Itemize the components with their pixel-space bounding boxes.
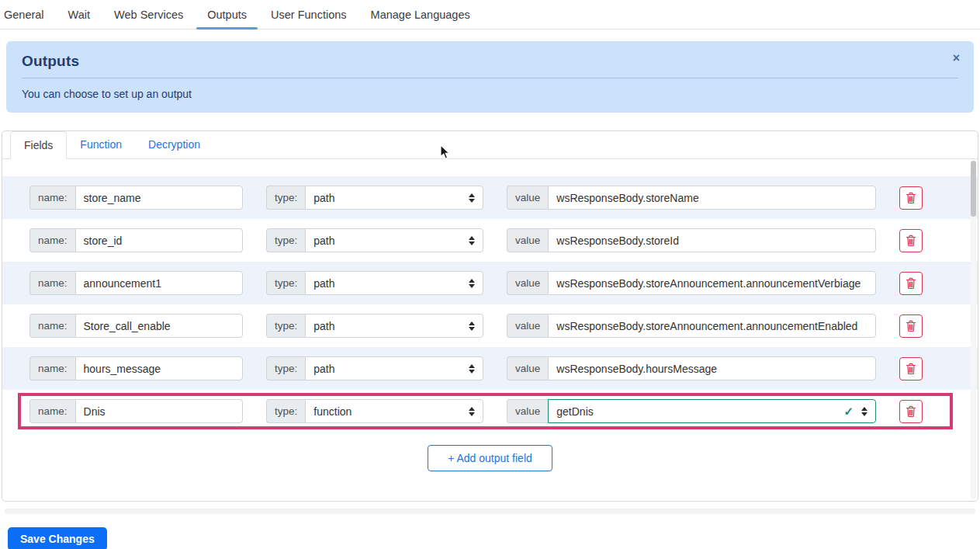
name-label: name:	[29, 228, 75, 252]
name-field-group: name:	[29, 186, 243, 210]
name-field-group: name:	[29, 271, 243, 295]
name-field-group: name:	[29, 228, 243, 252]
value-field-group: value	[507, 356, 876, 380]
value-label: value	[507, 314, 548, 338]
type-label: type:	[266, 356, 305, 380]
name-label: name:	[29, 271, 75, 295]
add-output-field-button[interactable]: + Add output field	[428, 445, 552, 471]
select-arrows-icon	[469, 236, 475, 245]
scrollbar-thumb[interactable]	[971, 161, 976, 217]
alert-title: Outputs	[22, 53, 958, 70]
type-label: type:	[266, 186, 305, 210]
alert-header: Outputs	[6, 41, 974, 78]
delete-row-button[interactable]	[899, 400, 923, 423]
select-arrows-icon	[469, 321, 475, 331]
trash-icon	[906, 277, 916, 290]
value-label: value	[507, 186, 548, 210]
name-field-group: name:	[29, 399, 243, 423]
nav-tab-web-services[interactable]: Web Services	[114, 0, 183, 29]
trash-icon	[906, 405, 916, 418]
value-label: value	[507, 356, 548, 380]
trash-icon	[906, 192, 916, 204]
value-input[interactable]	[548, 356, 876, 380]
nav-tab-manage-languages[interactable]: Manage Languages	[371, 0, 470, 29]
type-field-group: type: path	[266, 271, 483, 295]
type-label: type:	[266, 314, 305, 338]
type-select[interactable]: function	[305, 399, 483, 423]
select-arrows-icon	[861, 407, 867, 416]
type-label: type:	[266, 399, 305, 423]
name-input[interactable]	[75, 186, 243, 210]
alert-message: You can choose to set up an output	[6, 78, 974, 113]
delete-row-button[interactable]	[899, 229, 923, 252]
tab-fields[interactable]: Fields	[10, 131, 67, 159]
type-select[interactable]: path	[305, 271, 483, 295]
value-input[interactable]	[548, 186, 876, 210]
name-label: name:	[29, 356, 75, 380]
name-input[interactable]	[75, 271, 243, 295]
scrollbar[interactable]	[971, 161, 976, 499]
name-input[interactable]	[75, 399, 243, 423]
select-arrows-icon	[469, 279, 475, 288]
output-field-row: name: type: path value	[2, 219, 978, 262]
fields-rows: name: type: path value name:	[2, 176, 978, 433]
tab-decryption[interactable]: Decryption	[135, 131, 213, 158]
type-select[interactable]: path	[305, 186, 483, 210]
trash-icon	[906, 363, 916, 375]
top-nav: General Wait Web Services Outputs User F…	[0, 0, 980, 30]
value-label: value	[507, 228, 548, 252]
name-input[interactable]	[75, 314, 243, 338]
output-field-row: name: type: path value	[2, 176, 978, 219]
delete-row-button[interactable]	[899, 357, 923, 380]
delete-row-button[interactable]	[899, 272, 923, 295]
valid-check-icon: ✓	[843, 405, 854, 419]
delete-row-button[interactable]	[899, 314, 923, 338]
nav-tab-user-functions[interactable]: User Functions	[271, 0, 347, 29]
value-label: value	[507, 399, 548, 423]
trash-icon	[906, 320, 916, 332]
outputs-page: General Wait Web Services Outputs User F…	[0, 0, 980, 549]
select-arrows-icon	[469, 364, 475, 374]
value-field-group: value	[507, 228, 876, 252]
name-label: name:	[29, 314, 75, 338]
panel-content: name: type: path value name:	[2, 159, 978, 501]
name-label: name:	[29, 186, 75, 210]
select-arrows-icon	[469, 407, 475, 416]
name-field-group: name:	[29, 356, 243, 380]
section-divider	[5, 509, 975, 514]
output-field-row: name: type: path value	[2, 347, 978, 390]
name-input[interactable]	[75, 356, 243, 380]
value-input[interactable]	[548, 228, 876, 252]
type-field-group: type: path	[266, 356, 483, 380]
value-field-group: value getDnis ✓	[507, 399, 876, 423]
value-input[interactable]	[548, 271, 876, 295]
name-field-group: name:	[29, 314, 243, 338]
type-field-group: type: path	[266, 314, 483, 338]
type-label: type:	[266, 228, 305, 252]
type-select[interactable]: path	[305, 356, 483, 380]
value-label: value	[507, 271, 548, 295]
save-changes-button[interactable]: Save Changes	[8, 527, 107, 549]
value-select[interactable]: getDnis ✓	[548, 399, 876, 423]
output-field-row: name: type: path value	[2, 304, 978, 347]
name-label: name:	[29, 399, 75, 423]
name-input[interactable]	[75, 228, 243, 252]
nav-tab-general[interactable]: General	[4, 0, 44, 29]
value-field-group: value	[507, 271, 876, 295]
nav-tab-wait[interactable]: Wait	[68, 0, 90, 29]
type-label: type:	[266, 271, 305, 295]
add-button-row: + Add output field	[2, 445, 978, 501]
type-select[interactable]: path	[305, 314, 483, 338]
type-field-group: type: path	[266, 186, 483, 210]
value-input[interactable]	[548, 314, 876, 338]
output-field-row: name: type: function value getDnis ✓	[2, 390, 978, 433]
tab-function[interactable]: Function	[67, 131, 135, 158]
value-field-group: value	[507, 186, 876, 210]
type-field-group: type: path	[266, 228, 483, 252]
type-select[interactable]: path	[305, 228, 483, 252]
delete-row-button[interactable]	[899, 186, 923, 210]
trash-icon	[906, 235, 916, 247]
close-icon[interactable]: ×	[953, 52, 960, 64]
select-arrows-icon	[469, 193, 475, 203]
nav-tab-outputs[interactable]: Outputs	[207, 0, 247, 29]
